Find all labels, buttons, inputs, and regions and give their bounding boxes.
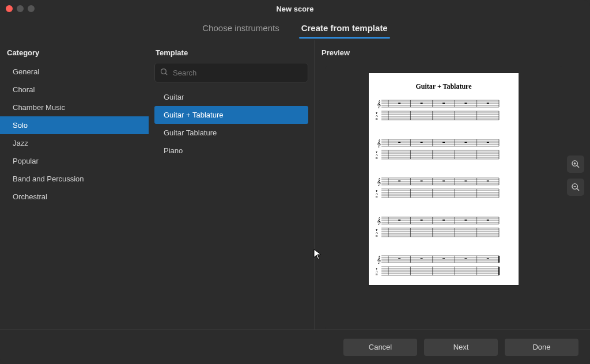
next-button[interactable]: Next xyxy=(424,339,498,356)
treble-staff: 𝄞 xyxy=(376,138,512,147)
svg-text:𝄞: 𝄞 xyxy=(377,139,381,147)
svg-rect-41 xyxy=(398,142,400,143)
category-item[interactable]: Solo xyxy=(0,116,149,134)
zoom-in-button[interactable] xyxy=(567,156,584,173)
template-item[interactable]: Guitar xyxy=(154,88,308,106)
svg-rect-145 xyxy=(487,259,489,260)
svg-rect-107 xyxy=(421,219,423,221)
svg-rect-49 xyxy=(487,142,489,143)
svg-rect-105 xyxy=(398,219,400,221)
category-item[interactable]: Orchestral xyxy=(0,188,149,206)
sheet-title: Guitar + Tablature xyxy=(376,82,512,91)
footer: Cancel Next Done xyxy=(0,329,590,364)
tab-create-from-template[interactable]: Create from template xyxy=(300,20,389,39)
treble-staff: 𝄞 xyxy=(376,255,512,264)
window-title: New score xyxy=(0,5,590,13)
svg-rect-111 xyxy=(464,219,467,221)
svg-rect-137 xyxy=(398,259,400,260)
template-item[interactable]: Piano xyxy=(154,142,308,160)
staff-system: 𝄞TAB xyxy=(376,216,512,238)
svg-rect-143 xyxy=(464,259,467,260)
svg-text:𝄞: 𝄞 xyxy=(377,178,381,186)
svg-rect-139 xyxy=(421,259,423,260)
search-input[interactable] xyxy=(173,69,303,77)
svg-text:B: B xyxy=(376,234,378,237)
svg-rect-15 xyxy=(464,103,467,104)
category-item[interactable]: General xyxy=(0,63,149,81)
svg-text:𝄞: 𝄞 xyxy=(377,100,381,108)
svg-rect-141 xyxy=(442,259,445,260)
zoom-out-button[interactable] xyxy=(567,179,584,196)
minimize-window-button[interactable] xyxy=(17,5,24,12)
svg-line-167 xyxy=(577,188,579,191)
svg-rect-17 xyxy=(487,103,489,104)
svg-rect-73 xyxy=(398,181,400,182)
category-item[interactable]: Chamber Music xyxy=(0,98,149,116)
template-list: GuitarGuitar + TablatureGuitar Tablature… xyxy=(149,88,314,160)
treble-staff: 𝄞 xyxy=(376,216,512,225)
svg-text:B: B xyxy=(376,157,378,160)
category-list: GeneralChoralChamber MusicSoloJazzPopula… xyxy=(0,63,149,206)
zoom-controls xyxy=(567,156,584,196)
staff-system: 𝄞TAB xyxy=(376,138,512,161)
category-item[interactable]: Jazz xyxy=(0,134,149,152)
svg-line-1 xyxy=(165,73,167,75)
preview-column: Preview Guitar + Tablature 𝄞TAB𝄞TAB𝄞TAB𝄞… xyxy=(315,40,590,329)
tab-choose-instruments[interactable]: Choose instruments xyxy=(201,20,280,39)
category-item[interactable]: Popular xyxy=(0,152,149,170)
category-heading: Category xyxy=(0,40,149,63)
treble-staff: 𝄞 xyxy=(376,99,512,108)
mode-tabs: Choose instruments Create from template xyxy=(0,17,590,40)
svg-rect-45 xyxy=(442,142,445,143)
svg-rect-113 xyxy=(487,219,489,221)
preview-sheet: Guitar + Tablature 𝄞TAB𝄞TAB𝄞TAB𝄞TAB𝄞TAB xyxy=(369,73,519,285)
svg-rect-43 xyxy=(421,142,423,143)
close-window-button[interactable] xyxy=(6,5,13,12)
tab-staff: TAB xyxy=(376,149,512,161)
tab-staff: TAB xyxy=(376,188,512,199)
svg-text:B: B xyxy=(376,273,378,276)
staff-system: 𝄞TAB xyxy=(376,255,512,277)
svg-rect-81 xyxy=(487,181,489,182)
svg-text:B: B xyxy=(376,195,378,198)
svg-rect-77 xyxy=(442,181,445,182)
svg-text:𝄞: 𝄞 xyxy=(377,256,381,264)
done-button[interactable]: Done xyxy=(505,339,578,356)
sheet-systems: 𝄞TAB𝄞TAB𝄞TAB𝄞TAB𝄞TAB xyxy=(376,99,512,277)
svg-text:𝄞: 𝄞 xyxy=(377,217,381,225)
template-heading: Template xyxy=(149,40,314,63)
template-column: Template GuitarGuitar + TablatureGuitar … xyxy=(149,40,315,329)
template-item[interactable]: Guitar + Tablature xyxy=(154,106,308,124)
category-column: Category GeneralChoralChamber MusicSoloJ… xyxy=(0,40,149,329)
svg-rect-109 xyxy=(442,219,445,221)
main-area: Category GeneralChoralChamber MusicSoloJ… xyxy=(0,40,590,329)
search-icon xyxy=(160,67,168,78)
search-field[interactable] xyxy=(154,63,308,82)
cancel-button[interactable]: Cancel xyxy=(343,339,417,356)
template-item[interactable]: Guitar Tablature xyxy=(154,124,308,142)
svg-rect-13 xyxy=(442,103,445,104)
window-controls xyxy=(6,5,35,12)
category-item[interactable]: Band and Percussion xyxy=(0,170,149,188)
tab-staff: TAB xyxy=(376,266,512,277)
preview-heading: Preview xyxy=(315,40,590,63)
svg-rect-79 xyxy=(464,181,467,182)
zoom-window-button[interactable] xyxy=(28,5,35,12)
category-item[interactable]: Choral xyxy=(0,81,149,98)
tab-staff: TAB xyxy=(376,227,512,238)
titlebar: New score xyxy=(0,0,590,17)
svg-rect-11 xyxy=(421,103,423,104)
new-score-window: New score Choose instruments Create from… xyxy=(0,0,590,364)
staff-system: 𝄞TAB xyxy=(376,99,512,122)
svg-rect-9 xyxy=(398,103,400,104)
tab-staff: TAB xyxy=(376,110,512,122)
svg-line-163 xyxy=(577,165,579,168)
svg-point-0 xyxy=(161,69,167,74)
treble-staff: 𝄞 xyxy=(376,177,512,186)
svg-rect-75 xyxy=(421,181,423,182)
staff-system: 𝄞TAB xyxy=(376,177,512,199)
svg-text:B: B xyxy=(376,117,378,120)
svg-rect-47 xyxy=(464,142,467,143)
preview-stage: Guitar + Tablature 𝄞TAB𝄞TAB𝄞TAB𝄞TAB𝄞TAB xyxy=(325,66,562,329)
